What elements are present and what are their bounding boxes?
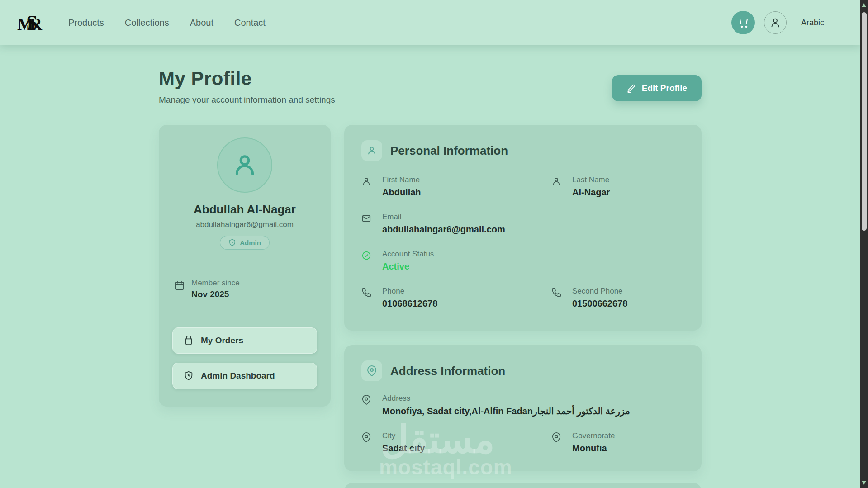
page-head-text: My Profile Manage your account informati…: [159, 68, 335, 105]
map-pin-icon: [551, 432, 561, 454]
map-pin-icon: [361, 395, 371, 417]
field-body: Email abdullahalngar6@gmail.com: [382, 213, 505, 235]
nav-link-products[interactable]: Products: [68, 18, 104, 28]
profile-name: Abdullah Al-Nagar: [172, 203, 317, 217]
user-icon: [769, 17, 781, 28]
field-label: Address: [382, 394, 630, 403]
nav-link-contact[interactable]: Contact: [234, 18, 266, 28]
main-nav: Products Collections About Contact: [68, 18, 266, 28]
phone-icon: [361, 288, 371, 309]
scroll-up-arrow-icon[interactable]: [862, 3, 866, 7]
details-column: Personal Information First Name Abdullah: [344, 125, 702, 488]
shopping-bag-icon: [184, 336, 194, 346]
field-body: Phone 01068612678: [382, 287, 437, 309]
member-since-value: Nov 2025: [191, 289, 240, 299]
field-label: Second Phone: [572, 287, 627, 296]
nav-link-about[interactable]: About: [190, 18, 213, 28]
account-button[interactable]: [764, 11, 787, 34]
cart-icon: [738, 17, 749, 28]
phone-icon: [551, 288, 561, 309]
field-last-name: Last Name Al-Nagar: [551, 175, 684, 198]
shield-star-icon: [184, 371, 194, 381]
field-value: Monofiya, Sadat city,Al-Alfin Fadanمزرعة…: [382, 406, 630, 417]
user-icon: [361, 176, 371, 198]
field-first-name: First Name Abdullah: [361, 175, 551, 198]
field-value: abdullahalngar6@gmail.com: [382, 224, 505, 235]
member-since-label: Member since: [191, 279, 240, 288]
avatar-user-icon: [231, 151, 259, 179]
member-since-text: Member since Nov 2025: [191, 279, 240, 299]
calendar-icon: [174, 280, 185, 299]
mail-icon: [361, 213, 371, 235]
admin-dashboard-label: Admin Dashboard: [201, 371, 275, 381]
map-pin-icon: [361, 432, 371, 454]
field-label: Last Name: [572, 175, 610, 185]
personal-information-header: Personal Information: [361, 140, 684, 161]
field-label: Phone: [382, 287, 437, 296]
field-label: Account Status: [382, 250, 434, 259]
scrollbar-thumb[interactable]: [862, 12, 867, 231]
field-value: Monufia: [572, 443, 615, 454]
user-icon: [551, 176, 561, 198]
personal-information-title: Personal Information: [390, 144, 508, 158]
profile-summary-card: Abdullah Al-Nagar abdullahalngar6@gmail.…: [159, 125, 331, 407]
field-label: First Name: [382, 175, 421, 185]
map-pin-icon: [361, 360, 382, 381]
address-information-title: Address Information: [390, 364, 505, 378]
admin-dashboard-button[interactable]: Admin Dashboard: [172, 363, 317, 389]
screen: M S R Products Collections About Contact: [0, 0, 868, 488]
field-body: Address Monofiya, Sadat city,Al-Alfin Fa…: [382, 394, 630, 417]
field-email: Email abdullahalngar6@gmail.com: [361, 213, 684, 235]
field-value: Sadat city: [382, 443, 425, 454]
field-label: Email: [382, 213, 505, 222]
field-value: Abdullah: [382, 187, 421, 198]
field-body: Account Status Active: [382, 250, 434, 272]
address-fields: Address Monofiya, Sadat city,Al-Alfin Fa…: [361, 394, 684, 454]
page-title: My Profile: [159, 68, 335, 90]
top-navigation-bar: M S R Products Collections About Contact: [0, 0, 860, 45]
field-body: First Name Abdullah: [382, 175, 421, 198]
scrollbar[interactable]: [860, 0, 868, 488]
brand-logo[interactable]: M S R: [17, 11, 42, 35]
field-value: 01500662678: [572, 298, 627, 309]
shield-star-icon: [228, 239, 236, 246]
personal-fields: First Name Abdullah Last Name: [361, 175, 684, 309]
status-value: Active: [382, 261, 434, 272]
field-body: Governorate Monufia: [572, 431, 615, 454]
user-icon: [361, 140, 382, 161]
scroll-down-arrow-icon[interactable]: [862, 481, 866, 485]
pencil-icon: [626, 84, 636, 93]
nav-link-collections[interactable]: Collections: [125, 18, 169, 28]
field-second-phone: Second Phone 01500662678: [551, 287, 684, 309]
check-circle-icon: [361, 251, 371, 272]
address-information-header: Address Information: [361, 360, 684, 381]
field-phone: Phone 01068612678: [361, 287, 551, 309]
page-subtitle: Manage your account information and sett…: [159, 95, 335, 105]
edit-profile-button[interactable]: Edit Profile: [612, 75, 702, 101]
member-since-row: Member since Nov 2025: [172, 279, 317, 299]
personal-information-card: Personal Information First Name Abdullah: [344, 125, 702, 331]
field-governorate: Governorate Monufia: [551, 431, 684, 454]
logo-letter: R: [29, 14, 42, 34]
edit-profile-label: Edit Profile: [642, 83, 687, 93]
field-label: City: [382, 431, 425, 441]
field-label: Governorate: [572, 431, 615, 441]
field-account-status: Account Status Active: [361, 250, 684, 272]
my-orders-button[interactable]: My Orders: [172, 327, 317, 354]
field-value: 01068612678: [382, 298, 437, 309]
profile-email: abdullahalngar6@gmail.com: [172, 220, 317, 229]
cart-button[interactable]: [731, 11, 755, 34]
role-badge: Admin: [220, 236, 270, 250]
page-head: My Profile Manage your account informati…: [159, 68, 702, 105]
language-toggle[interactable]: Arabic: [801, 18, 824, 28]
next-card-sliver: [344, 483, 702, 488]
profile-grid: Abdullah Al-Nagar abdullahalngar6@gmail.…: [159, 125, 702, 488]
field-city: City Sadat city: [361, 431, 551, 454]
field-body: Second Phone 01500662678: [572, 287, 627, 309]
field-address: Address Monofiya, Sadat city,Al-Alfin Fa…: [361, 394, 684, 417]
role-badge-label: Admin: [240, 239, 261, 246]
page: M S R Products Collections About Contact: [0, 0, 860, 488]
header-actions: Arabic: [731, 11, 824, 34]
address-information-card: Address Information Address Monofiya, Sa…: [344, 345, 702, 471]
field-body: City Sadat city: [382, 431, 425, 454]
